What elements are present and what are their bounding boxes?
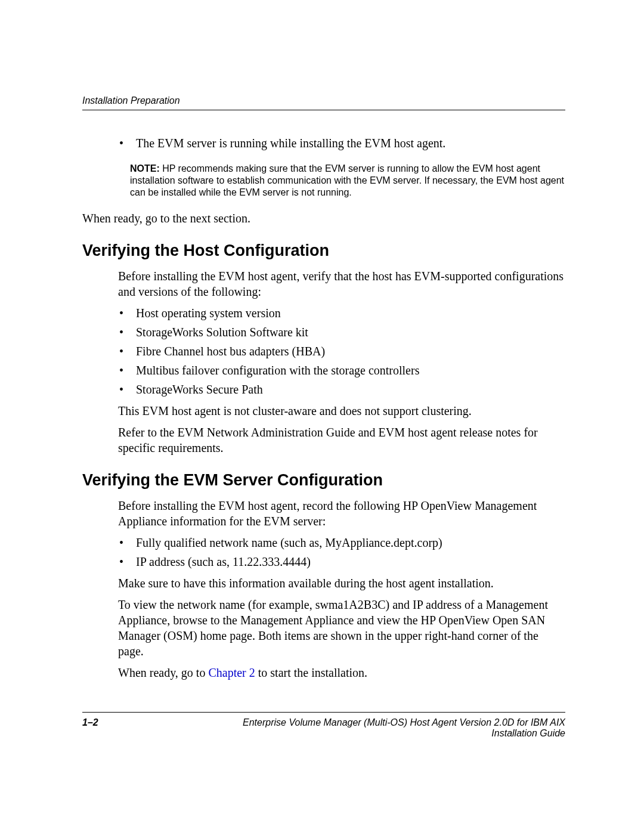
- bullet-icon: •: [118, 554, 136, 569]
- paragraph: This EVM host agent is not cluster-aware…: [118, 403, 565, 419]
- paragraph: Refer to the EVM Network Administration …: [118, 425, 565, 456]
- chapter-2-link[interactable]: Chapter 2: [208, 666, 255, 679]
- paragraph: Make sure to have this information avail…: [118, 575, 565, 591]
- bullet-icon: •: [118, 363, 136, 378]
- bullet-icon: •: [118, 324, 136, 340]
- running-header: Installation Preparation: [82, 95, 565, 110]
- list-item: •Fully qualified network name (such as, …: [118, 535, 565, 550]
- bullet-text: Multibus failover configuration with the…: [136, 363, 565, 378]
- paragraph: Before installing the EVM host agent, ve…: [118, 268, 565, 299]
- list-item: •StorageWorks Secure Path: [118, 382, 565, 397]
- doc-title: Enterprise Volume Manager (Multi-OS) Hos…: [98, 717, 565, 739]
- list-item: •StorageWorks Solution Software kit: [118, 324, 565, 340]
- bullet-text: Fully qualified network name (such as, M…: [136, 535, 565, 550]
- bullet-icon: •: [118, 305, 136, 321]
- intro-block: • The EVM server is running while instal…: [118, 135, 565, 151]
- bullet-icon: •: [118, 382, 136, 397]
- bullet-text: IP address (such as, 11.22.333.4444): [136, 554, 565, 569]
- bullet-text: Fibre Channel host bus adapters (HBA): [136, 343, 565, 359]
- text-run: When ready, go to: [118, 666, 208, 679]
- list-item: •Fibre Channel host bus adapters (HBA): [118, 343, 565, 359]
- bullet-icon: •: [118, 135, 136, 151]
- paragraph: To view the network name (for example, s…: [118, 597, 565, 659]
- heading-verify-host: Verifying the Host Configuration: [82, 241, 565, 260]
- list-item: • The EVM server is running while instal…: [118, 135, 565, 151]
- server-config-list: •Fully qualified network name (such as, …: [118, 535, 565, 569]
- doc-title-line2: Installation Guide: [98, 728, 565, 739]
- bullet-icon: •: [118, 343, 136, 359]
- bullet-text: Host operating system version: [136, 305, 565, 321]
- bullet-text: StorageWorks Solution Software kit: [136, 324, 565, 340]
- paragraph: When ready, go to Chapter 2 to start the…: [118, 665, 565, 680]
- list-item: •Host operating system version: [118, 305, 565, 321]
- bullet-text: StorageWorks Secure Path: [136, 382, 565, 397]
- page-number: 1–2: [82, 717, 98, 739]
- note-label: NOTE:: [130, 163, 162, 174]
- doc-title-line1: Enterprise Volume Manager (Multi-OS) Hos…: [243, 717, 565, 727]
- paragraph: When ready, go to the next section.: [82, 210, 565, 226]
- list-item: •Multibus failover configuration with th…: [118, 363, 565, 378]
- paragraph: Before installing the EVM host agent, re…: [118, 498, 565, 529]
- note-block: NOTE: HP recommends making sure that the…: [130, 163, 565, 199]
- note-body: HP recommends making sure that the EVM s…: [130, 163, 564, 197]
- page-footer: 1–2 Enterprise Volume Manager (Multi-OS)…: [82, 712, 565, 739]
- heading-verify-server: Verifying the EVM Server Configuration: [82, 471, 565, 490]
- host-config-list: •Host operating system version •StorageW…: [118, 305, 565, 397]
- bullet-text: The EVM server is running while installi…: [136, 135, 565, 151]
- text-run: to start the installation.: [255, 666, 367, 679]
- list-item: •IP address (such as, 11.22.333.4444): [118, 554, 565, 569]
- bullet-icon: •: [118, 535, 136, 550]
- page-body: Installation Preparation • The EVM serve…: [82, 95, 565, 686]
